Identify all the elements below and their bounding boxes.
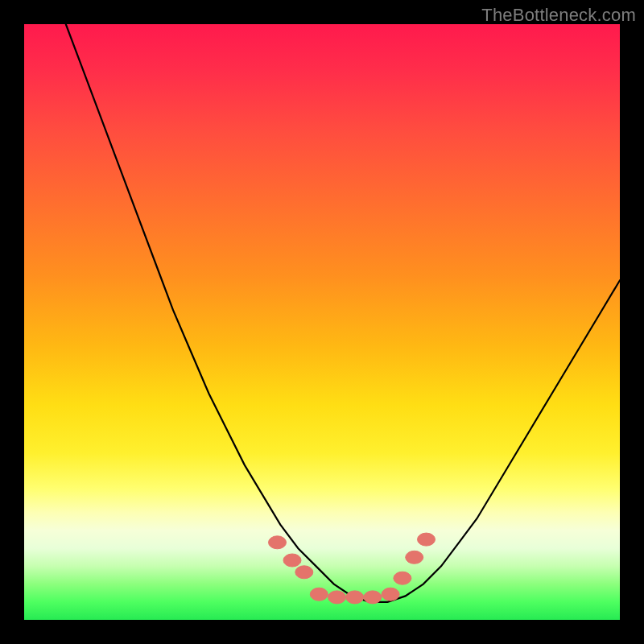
curve-marker xyxy=(364,591,382,604)
bottleneck-curve xyxy=(66,24,620,602)
curve-marker xyxy=(394,572,411,584)
curve-marker xyxy=(382,588,399,601)
curve-marker xyxy=(295,566,313,579)
plot-area xyxy=(24,24,620,620)
plot-svg xyxy=(24,24,620,620)
watermark-text: TheBottleneck.com xyxy=(481,5,636,26)
curve-marker xyxy=(310,588,328,601)
curve-marker xyxy=(346,591,364,604)
curve-marker xyxy=(328,591,346,604)
curve-marker xyxy=(418,533,436,546)
image-frame: TheBottleneck.com xyxy=(0,0,644,644)
curve-marker xyxy=(406,551,423,564)
curve-marker xyxy=(283,554,301,567)
curve-marker xyxy=(269,536,287,549)
